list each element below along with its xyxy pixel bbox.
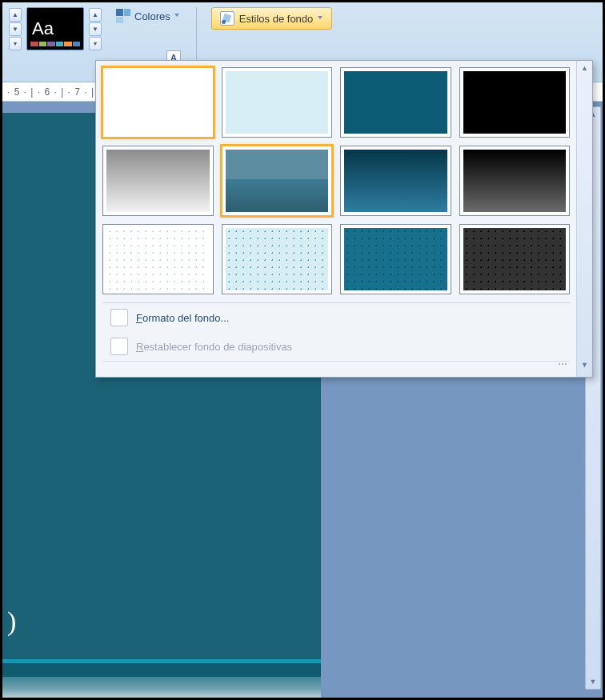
- reset-background-label: Restablecer fondo de diapositivas: [136, 341, 292, 353]
- background-style-7[interactable]: [340, 146, 451, 216]
- background-styles-popup: Formato del fondo... Restablecer fondo d…: [95, 60, 593, 378]
- background-style-8[interactable]: [459, 146, 571, 216]
- background-style-2[interactable]: [222, 67, 333, 138]
- format-background-menu-item[interactable]: Formato del fondo...: [102, 303, 570, 332]
- paint-bucket-icon: [110, 309, 128, 326]
- themes-expand[interactable]: ▾: [9, 37, 22, 50]
- background-style-3[interactable]: [340, 67, 451, 138]
- slide-text-fragment: ): [7, 606, 16, 637]
- themes-scroll-down-2[interactable]: ▼: [89, 22, 102, 36]
- background-style-11[interactable]: [340, 224, 451, 294]
- themes-gallery: ▲ ▼ ▾ Aa ▲ ▼ ▾: [9, 7, 102, 50]
- colors-icon: [116, 9, 130, 23]
- themes-scroll: ▲ ▼ ▾: [9, 8, 22, 50]
- popup-scroll-up[interactable]: ▲: [581, 64, 588, 72]
- popup-body: Formato del fondo... Restablecer fondo d…: [96, 61, 576, 377]
- background-styles-dropdown[interactable]: Estilos de fondo: [211, 7, 333, 30]
- background-styles-gallery: [102, 67, 570, 299]
- theme-thumbnail[interactable]: Aa: [26, 7, 84, 50]
- background-style-10[interactable]: [222, 224, 333, 294]
- format-background-label: Formato del fondo...: [136, 312, 229, 324]
- themes-scroll-down[interactable]: ▼: [9, 22, 22, 36]
- background-style-12[interactable]: [459, 224, 571, 294]
- themes-scroll-up[interactable]: ▲: [9, 8, 22, 22]
- scroll-down-button[interactable]: ▼: [586, 674, 600, 689]
- theme-color-strip: [30, 42, 80, 46]
- background-style-1[interactable]: [102, 67, 214, 138]
- reset-background-menu-item: Restablecer fondo de diapositivas: [102, 332, 570, 361]
- paint-bucket-icon: [220, 11, 234, 26]
- popup-scrollbar[interactable]: ▲ ▼: [576, 61, 592, 377]
- resize-grip[interactable]: [102, 361, 570, 370]
- colors-dropdown[interactable]: Colores: [111, 7, 185, 25]
- themes-expand-2[interactable]: ▾: [89, 37, 102, 50]
- chevron-down-icon: [318, 16, 323, 22]
- background-style-9[interactable]: [102, 224, 214, 294]
- popup-scroll-down[interactable]: ▼: [581, 361, 588, 369]
- colors-label: Colores: [134, 10, 170, 22]
- theme-sample-text: Aa: [32, 18, 54, 39]
- themes-scroll-2: ▲ ▼ ▾: [89, 8, 102, 50]
- background-style-4[interactable]: [459, 67, 571, 138]
- background-style-6[interactable]: [222, 146, 333, 216]
- slide-footer-graphic: [2, 659, 321, 698]
- undo-icon: [110, 338, 128, 355]
- themes-scroll-up-2[interactable]: ▲: [89, 8, 102, 22]
- background-styles-label: Estilos de fondo: [239, 13, 314, 25]
- ruler-text: · 5 · | · 6 · | · 7 · | ·: [7, 86, 102, 98]
- background-style-5[interactable]: [102, 146, 214, 216]
- chevron-down-icon: [174, 14, 180, 19]
- popup-menu: Formato del fondo... Restablecer fondo d…: [102, 302, 570, 361]
